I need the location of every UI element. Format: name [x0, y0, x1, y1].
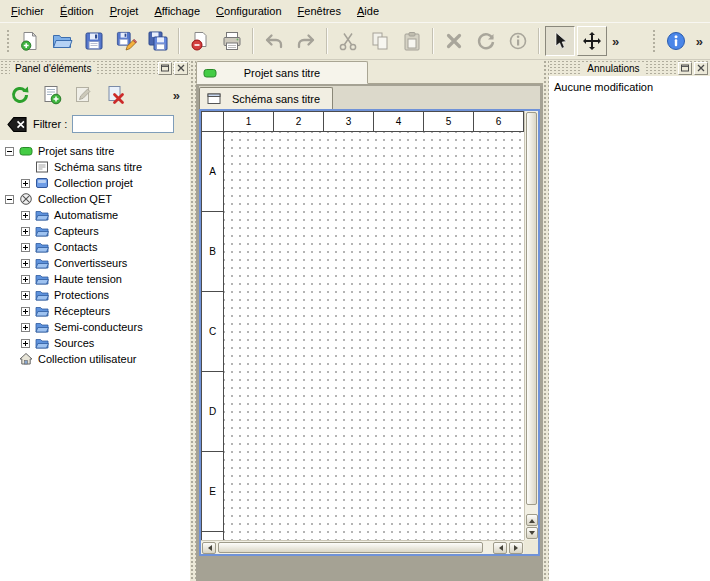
scroll-up-button[interactable]: [526, 514, 538, 526]
clear-filter-button[interactable]: [6, 116, 28, 133]
collapse-icon[interactable]: [5, 147, 14, 156]
undo-icon: [263, 30, 285, 52]
scroll-right-button[interactable]: [509, 542, 523, 554]
expand-icon[interactable]: [21, 259, 30, 268]
close-icon: [176, 63, 186, 73]
horizontal-scroll-track[interactable]: [218, 542, 491, 553]
collapse-icon[interactable]: [5, 195, 14, 204]
undo-list-item[interactable]: Aucune modification: [552, 79, 707, 94]
toolbar-overflow-chevron[interactable]: [608, 34, 623, 49]
save-button[interactable]: [79, 26, 109, 56]
tree-item-haute-tension[interactable]: Haute tension: [0, 271, 190, 287]
row-header-cell: C: [202, 292, 223, 372]
delete-element-icon: [105, 84, 127, 106]
conductor-info-button[interactable]: [503, 26, 533, 56]
elements-panel-title: Panel d'éléments: [10, 63, 96, 74]
expand-icon[interactable]: [21, 275, 30, 284]
arrow-up-icon: [529, 516, 535, 523]
new-element-button[interactable]: [38, 81, 66, 109]
menu-configuration[interactable]: Configuration: [208, 2, 289, 20]
copy-button[interactable]: [365, 26, 395, 56]
menu-fichier[interactable]: Fichier: [3, 2, 52, 20]
tree-item-label: Schéma sans titre: [54, 161, 142, 173]
tree-item-recepteurs[interactable]: Récepteurs: [0, 303, 190, 319]
paste-icon: [401, 30, 423, 52]
toolbar-separator: [538, 28, 540, 54]
move-mode-button[interactable]: [577, 26, 607, 56]
tree-item-user-collection[interactable]: Collection utilisateur: [0, 351, 190, 367]
save-as-button[interactable]: [111, 26, 141, 56]
tree-item-convertisseurs[interactable]: Convertisseurs: [0, 255, 190, 271]
scroll-down-button[interactable]: [526, 527, 538, 539]
panel-overflow-chevron[interactable]: [169, 88, 184, 103]
rotate-button[interactable]: [471, 26, 501, 56]
expand-icon[interactable]: [21, 243, 30, 252]
close-document-icon: [189, 30, 211, 52]
folder-icon: [35, 272, 49, 286]
select-mode-button[interactable]: [545, 26, 575, 56]
menu-affichage[interactable]: Affichage: [146, 2, 208, 20]
toolbar-separator: [326, 28, 328, 54]
print-button[interactable]: [217, 26, 247, 56]
redo-button[interactable]: [291, 26, 321, 56]
float-panel-button[interactable]: [158, 62, 172, 75]
menu-fenetres[interactable]: Fenêtres: [290, 2, 349, 20]
scroll-left-button[interactable]: [202, 542, 216, 554]
horizontal-scrollbar[interactable]: [201, 540, 524, 554]
help-overflow-chevron[interactable]: [692, 34, 707, 49]
close-undo-panel-button[interactable]: [694, 62, 708, 75]
expand-icon[interactable]: [21, 291, 30, 300]
expand-icon[interactable]: [21, 307, 30, 316]
delete-element-button[interactable]: [102, 81, 130, 109]
new-project-button[interactable]: [15, 26, 45, 56]
vertical-scrollbar[interactable]: [524, 111, 538, 540]
tree-item-automatisme[interactable]: Automatisme: [0, 207, 190, 223]
vertical-scroll-thumb[interactable]: [526, 112, 537, 505]
vertical-scroll-track[interactable]: [526, 112, 537, 513]
tree-item-qet-collection[interactable]: Collection QET: [0, 191, 190, 207]
edit-element-button[interactable]: [70, 81, 98, 109]
close-panel-button[interactable]: [174, 62, 188, 75]
paste-button[interactable]: [397, 26, 427, 56]
expand-icon[interactable]: [21, 211, 30, 220]
save-all-button[interactable]: [143, 26, 173, 56]
tree-item-sources[interactable]: Sources: [0, 335, 190, 351]
tree-item-label: Protections: [54, 289, 109, 301]
filter-label: Filtrer :: [33, 118, 67, 130]
tab-project[interactable]: Projet sans titre: [196, 61, 368, 84]
expand-icon[interactable]: [21, 227, 30, 236]
expand-icon[interactable]: [21, 323, 30, 332]
delete-button[interactable]: [439, 26, 469, 56]
scroll-left-button-2[interactable]: [493, 542, 507, 554]
open-project-button[interactable]: [47, 26, 77, 56]
tree-item-label: Récepteurs: [54, 305, 110, 317]
tree-item-project[interactable]: Projet sans titre: [0, 143, 190, 159]
tab-diagram[interactable]: Schéma sans titre: [199, 87, 333, 109]
horizontal-scroll-thumb[interactable]: [218, 542, 483, 553]
tree-item-capteurs[interactable]: Capteurs: [0, 223, 190, 239]
tree-item-semi-conducteurs[interactable]: Semi-conducteurs: [0, 319, 190, 335]
close-project-button[interactable]: [185, 26, 215, 56]
float-undo-panel-button[interactable]: [678, 62, 692, 75]
help-toolbar-handle[interactable]: [652, 29, 657, 53]
tree-item-protections[interactable]: Protections: [0, 287, 190, 303]
tree-item-diagram[interactable]: Schéma sans titre: [0, 159, 190, 175]
undo-button[interactable]: [259, 26, 289, 56]
mdi-area: Schéma sans titre 1 2 3 4 5: [196, 84, 543, 581]
about-button[interactable]: [661, 26, 691, 56]
reload-collections-button[interactable]: [6, 81, 34, 109]
cut-button[interactable]: [333, 26, 363, 56]
expand-icon[interactable]: [21, 179, 30, 188]
tree-item-project-collection[interactable]: Collection projet: [0, 175, 190, 191]
tree-item-contacts[interactable]: Contacts: [0, 239, 190, 255]
delete-icon: [443, 30, 465, 52]
filter-input[interactable]: [72, 115, 174, 133]
column-header-cell: 2: [274, 112, 324, 131]
toolbar-handle[interactable]: [6, 29, 11, 53]
menu-projet[interactable]: Projet: [102, 2, 147, 20]
diagram-canvas[interactable]: [224, 132, 524, 540]
menu-edition[interactable]: Édition: [52, 2, 102, 20]
menu-aide[interactable]: Aide: [349, 2, 387, 20]
folder-icon: [35, 224, 49, 238]
expand-icon[interactable]: [21, 339, 30, 348]
